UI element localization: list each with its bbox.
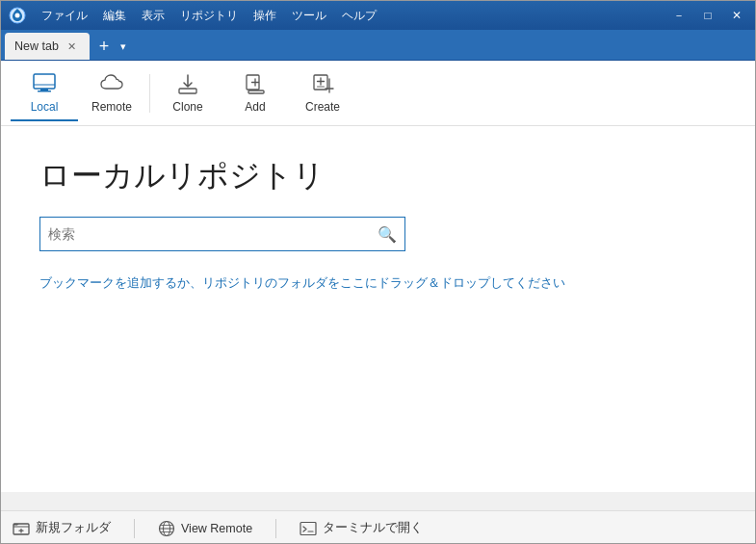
title-bar-left: ファイル 編集 表示 リポジトリ 操作 ツール ヘルプ xyxy=(9,4,384,28)
new-folder-icon xyxy=(13,520,30,537)
status-bar: 新規フォルダ View Remote ターミナルで開く xyxy=(1,510,755,544)
drop-hint: ブックマークを追加するか、リポジトリのフォルダをここにドラッグ＆ドロップしてくだ… xyxy=(39,274,717,292)
clone-icon xyxy=(175,71,200,96)
window-content: ローカルリポジトリ 🔍 ブックマークを追加するか、リポジトリのフォルダをここにド… xyxy=(1,126,755,544)
menu-tools[interactable]: ツール xyxy=(284,4,334,28)
monitor-icon xyxy=(32,71,57,96)
tab-dropdown-button[interactable]: ▾ xyxy=(117,33,130,60)
toolbar-add-label: Add xyxy=(245,100,265,114)
toolbar-clone-button[interactable]: Clone xyxy=(154,65,222,121)
menu-actions[interactable]: 操作 xyxy=(246,4,284,28)
new-folder-button[interactable]: 新規フォルダ xyxy=(13,520,111,537)
menu-bar: ファイル 編集 表示 リポジトリ 操作 ツール ヘルプ xyxy=(34,4,384,28)
tab-close-button[interactable]: ✕ xyxy=(65,39,80,54)
toolbar-remote-label: Remote xyxy=(91,100,132,114)
main-content: ローカルリポジトリ 🔍 ブックマークを追加するか、リポジトリのフォルダをここにド… xyxy=(1,126,755,492)
globe-icon xyxy=(158,520,175,537)
svg-point-1 xyxy=(15,13,20,18)
terminal-icon xyxy=(300,520,317,537)
status-separator-1 xyxy=(134,519,135,538)
toolbar-clone-label: Clone xyxy=(172,100,202,114)
window-controls: － □ ✕ xyxy=(665,1,751,30)
toolbar-create-button[interactable]: Create xyxy=(289,65,356,121)
toolbar: Local Remote Clone Add xyxy=(1,61,755,126)
search-box: 🔍 xyxy=(39,217,405,251)
toolbar-local-button[interactable]: Local xyxy=(11,65,78,121)
open-terminal-button[interactable]: ターミナルで開く xyxy=(300,520,423,537)
view-remote-label: View Remote xyxy=(181,522,252,535)
svg-rect-25 xyxy=(300,522,316,534)
add-icon xyxy=(243,71,268,96)
close-button[interactable]: ✕ xyxy=(722,1,751,30)
toolbar-remote-button[interactable]: Remote xyxy=(78,65,145,121)
tab-bar: New tab ✕ + ▾ xyxy=(1,30,755,61)
svg-rect-2 xyxy=(34,74,55,89)
view-remote-button[interactable]: View Remote xyxy=(158,520,252,537)
maximize-button[interactable]: □ xyxy=(693,1,722,30)
svg-rect-3 xyxy=(40,89,48,91)
new-tab-button[interactable]: + xyxy=(91,33,117,60)
tab-label: New tab xyxy=(14,39,59,53)
menu-edit[interactable]: 編集 xyxy=(95,4,134,28)
page-title: ローカルリポジトリ xyxy=(39,155,717,197)
create-icon xyxy=(310,71,335,96)
svg-rect-8 xyxy=(248,91,264,93)
menu-view[interactable]: 表示 xyxy=(134,4,172,28)
search-icon: 🔍 xyxy=(378,225,397,244)
open-terminal-label: ターミナルで開く xyxy=(323,520,423,536)
search-input[interactable] xyxy=(48,226,378,242)
toolbar-create-label: Create xyxy=(305,100,340,114)
cloud-icon xyxy=(99,71,124,96)
minimize-button[interactable]: － xyxy=(665,1,693,30)
app-icon xyxy=(9,7,26,24)
toolbar-add-button[interactable]: Add xyxy=(222,65,289,121)
menu-repository[interactable]: リポジトリ xyxy=(172,4,246,28)
status-separator-2 xyxy=(275,519,276,538)
menu-file[interactable]: ファイル xyxy=(34,4,95,28)
svg-rect-6 xyxy=(179,89,196,93)
tab-new-tab[interactable]: New tab ✕ xyxy=(5,33,90,60)
title-bar: ファイル 編集 表示 リポジトリ 操作 ツール ヘルプ － □ ✕ xyxy=(1,1,755,30)
toolbar-local-label: Local xyxy=(31,100,59,114)
menu-help[interactable]: ヘルプ xyxy=(334,4,384,28)
new-folder-label: 新規フォルダ xyxy=(36,520,111,536)
toolbar-separator-1 xyxy=(149,74,150,113)
svg-rect-4 xyxy=(38,91,51,92)
